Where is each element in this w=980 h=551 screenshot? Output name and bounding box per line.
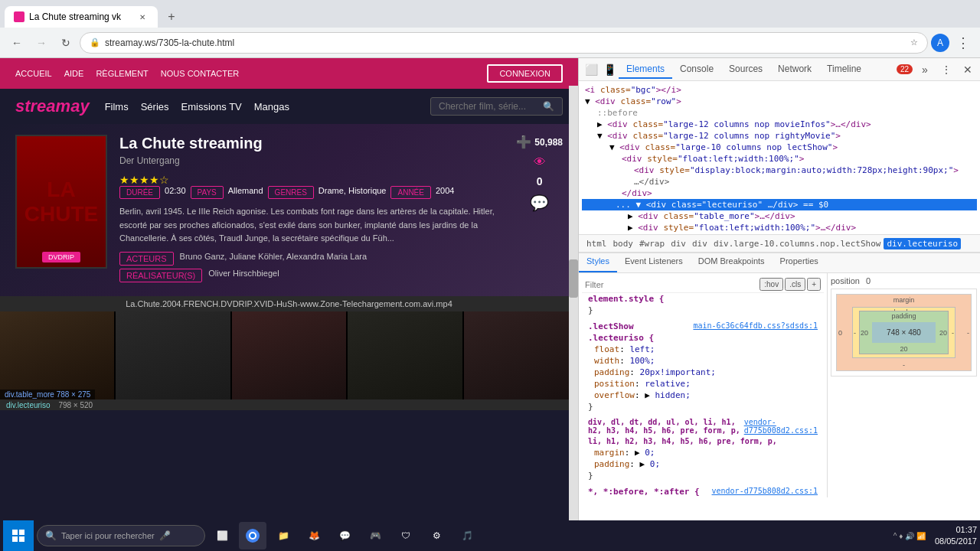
html-line-12[interactable]: ▶ <div class="table_more">…</div> [582, 210, 977, 222]
breadcrumb-body[interactable]: body [610, 238, 637, 249]
nav-actions: A ⋮ [931, 32, 974, 54]
year-label: ANNÉE [390, 186, 430, 199]
systray-icons: ^ ♦ 🔊 📶 [893, 532, 926, 540]
styles-filter-buttons: :hov .cls + [760, 278, 821, 291]
back-button[interactable]: ← [6, 32, 28, 54]
html-line-2[interactable]: ▼ <div class="row"> [582, 96, 977, 107]
html-line-6[interactable]: ▼ <div class="large-10 columns nop lectS… [582, 142, 977, 153]
new-tab-button[interactable]: + [161, 6, 182, 28]
styles-tab[interactable]: Styles [579, 253, 617, 272]
profile-icon[interactable]: A [931, 34, 949, 52]
active-tab[interactable]: La Chute streaming vk ✕ [5, 6, 158, 28]
close-devtools-icon[interactable]: ✕ [959, 60, 977, 79]
taskbar-icons: ⬜ 📁 🦊 💬 🎮 🛡 ⚙ 🎵 [208, 522, 481, 549]
content-box: 748 × 480 [872, 322, 936, 343]
plus-icon: ➕ [516, 135, 531, 149]
app6-icon[interactable]: 🛡 [392, 522, 420, 549]
html-line-selected[interactable]: ... ▼ <div class="lecteuriso" …/div> == … [582, 199, 977, 210]
vendor-link[interactable]: vendor-d775b008d2.css:1 [744, 418, 818, 435]
media-icon[interactable]: 🎵 [453, 522, 481, 549]
breadcrumb-wrap[interactable]: #wrap [636, 238, 668, 249]
scrollbar[interactable] [569, 86, 578, 520]
steam-icon[interactable]: 🎮 [361, 522, 389, 549]
refresh-button[interactable]: ↻ [55, 32, 77, 54]
div-close: } [582, 470, 824, 481]
timeline-tab[interactable]: Timeline [819, 60, 869, 79]
margin-left-val: 0 [838, 329, 842, 337]
taskview-icon[interactable]: ⬜ [208, 522, 236, 549]
breadcrumb-html[interactable]: html [583, 238, 610, 249]
login-button[interactable]: CONNEXION [487, 64, 563, 83]
search-input[interactable] [439, 101, 538, 112]
lectshow-link[interactable]: main-6c36c64fdb.css?sdsds:1 [693, 321, 818, 331]
microphone-icon: 🎤 [159, 530, 171, 541]
nav-films[interactable]: Films [105, 101, 129, 112]
year-value: 2004 [436, 186, 454, 199]
html-line-4[interactable]: ▶ <div class="large-12 columns nop movie… [582, 119, 977, 130]
breadcrumb-div1[interactable]: div [668, 238, 689, 249]
css-close: } [582, 401, 824, 412]
nav-aide[interactable]: AIDE [64, 69, 84, 78]
breadcrumb-div2[interactable]: div [689, 238, 710, 249]
devtools-bottom: Styles Event Listeners DOM Breakpoints P… [579, 253, 980, 497]
html-line-9[interactable]: …</div> [582, 176, 977, 187]
elements-tab[interactable]: Elements [619, 60, 672, 79]
html-line-10[interactable]: </div> [582, 187, 977, 199]
firefox-icon[interactable]: 🦊 [300, 522, 328, 549]
position-label: position [831, 276, 860, 285]
settings-icon[interactable]: ⋮ [937, 60, 956, 79]
console-tab[interactable]: Console [672, 60, 721, 79]
css-float: float: left; [582, 344, 824, 355]
html-line-1[interactable]: <i class="bgc"></i> [582, 84, 977, 96]
tab-title: La Chute streaming vk [29, 11, 132, 22]
properties-tab[interactable]: Properties [773, 253, 826, 272]
cls-button[interactable]: .cls [785, 278, 805, 291]
more-tabs-icon[interactable]: » [916, 60, 934, 79]
dom-breakpoints-tab[interactable]: DOM Breakpoints [691, 253, 773, 272]
nav-series[interactable]: Séries [141, 101, 169, 112]
start-button[interactable] [3, 520, 34, 551]
hov-button[interactable]: :hov [760, 278, 783, 291]
menu-icon[interactable]: ⋮ [952, 32, 974, 54]
movie-poster: LACHUTE DVDRIP [15, 135, 107, 269]
element-style-selector: element.style { [582, 293, 824, 305]
device-icon[interactable]: 📱 [600, 60, 619, 79]
skype-icon[interactable]: 💬 [331, 522, 358, 549]
vendor2-link[interactable]: vendor-d775b808d2.css:1 [712, 487, 818, 497]
tab-close-button[interactable]: ✕ [136, 11, 149, 23]
error-badge: 22 [897, 64, 913, 74]
html-line-7[interactable]: <div style="float:left;width:100%;"> [582, 153, 977, 165]
chrome-icon[interactable] [239, 522, 266, 549]
video-player[interactable] [0, 311, 578, 399]
html-line-3[interactable]: ::before [582, 107, 977, 119]
html-line-8[interactable]: <div style="display:block;margin:auto;wi… [582, 165, 977, 176]
devtools-tabs: ⬜ 📱 Elements Console Sources Network Tim… [579, 58, 980, 81]
actors-value: Bruno Ganz, Juliane Köhler, Alexandra Ma… [180, 252, 368, 266]
add-style-button[interactable]: + [807, 278, 821, 291]
forward-button[interactable]: → [31, 32, 52, 54]
sources-tab[interactable]: Sources [721, 60, 770, 79]
breadcrumb-lectshow[interactable]: div.large-10.columns.nop.lectShow [710, 238, 884, 249]
nav-reglement[interactable]: RÈGLEMENT [96, 69, 148, 78]
app7-icon[interactable]: ⚙ [423, 522, 450, 549]
html-line-5[interactable]: ▼ <div class="large-12 columns nop right… [582, 130, 977, 142]
html-line-13[interactable]: ▶ <div style="float:left;width:100%;">…<… [582, 222, 977, 233]
site-search[interactable]: 🔍 [430, 97, 563, 116]
breadcrumb-lecteuriso[interactable]: div.lecteuriso [884, 238, 961, 249]
inspect-icon[interactable]: ⬜ [582, 60, 600, 79]
network-tab[interactable]: Network [770, 60, 819, 79]
padding-right-val: 20 [939, 329, 947, 337]
taskbar-search[interactable]: 🔍 Taper ici pour rechercher 🎤 [37, 525, 205, 546]
nav-contact[interactable]: NOUS CONTACTER [161, 69, 239, 78]
nav-accueil[interactable]: ACCUEIL [15, 69, 52, 78]
nav-mangas[interactable]: Mangas [254, 101, 289, 112]
css-overflow: overflow: ▶ hidden; [582, 390, 824, 401]
address-bar[interactable]: 🔒 streamay.ws/7305-la-chute.html ☆ [80, 32, 928, 54]
border-left-val: - [854, 329, 856, 337]
explorer-icon[interactable]: 📁 [270, 522, 297, 549]
nav-emissions[interactable]: Emissions TV [181, 101, 242, 112]
event-listeners-tab[interactable]: Event Listeners [617, 253, 691, 272]
svg-rect-0 [12, 530, 18, 535]
styles-filter-input[interactable] [585, 280, 756, 289]
scrollbar-thumb[interactable] [569, 259, 578, 298]
